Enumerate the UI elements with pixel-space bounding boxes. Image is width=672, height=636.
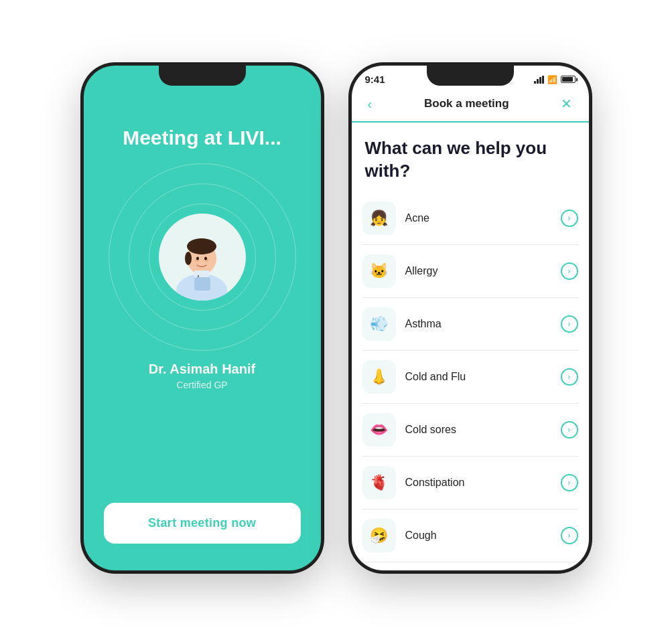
- status-time: 9:41: [365, 74, 385, 85]
- condition-name-asthma: Asthma: [405, 318, 561, 330]
- condition-name-cold-flu: Cold and Flu: [405, 371, 561, 383]
- notch-left: [159, 66, 246, 86]
- svg-point-9: [196, 257, 199, 260]
- condition-icon-asthma: 💨: [362, 307, 396, 341]
- header-title: Book a meeting: [424, 97, 509, 110]
- svg-point-4: [185, 252, 192, 265]
- nav-header: ‹ Book a meeting ✕: [352, 89, 589, 123]
- doctor-avatar: [159, 214, 246, 301]
- condition-item-asthma[interactable]: 💨Asthma›: [362, 298, 578, 351]
- svg-point-10: [204, 257, 207, 260]
- condition-arrow-cold-flu: ›: [561, 368, 578, 386]
- condition-item-allergy[interactable]: 🐱Allergy›: [362, 245, 578, 298]
- doctor-title: Certified GP: [176, 380, 227, 390]
- condition-item-cold-flu[interactable]: 👃Cold and Flu›: [362, 351, 578, 404]
- status-icons: 📶: [534, 75, 576, 84]
- wifi-icon: 📶: [547, 75, 557, 84]
- condition-arrow-allergy: ›: [561, 262, 578, 280]
- svg-rect-11: [194, 277, 210, 291]
- condition-arrow-acne: ›: [561, 210, 578, 227]
- condition-arrow-asthma: ›: [561, 315, 578, 333]
- start-button-wrapper: Start meeting now: [104, 503, 301, 544]
- condition-name-constipation: Constipation: [405, 477, 561, 489]
- right-phone: 9:41 📶 ‹ Book a meeting: [350, 64, 591, 572]
- signal-icon: [534, 76, 544, 84]
- condition-list: 👧Acne›🐱Allergy›💨Asthma›👃Cold and Flu›👄Co…: [352, 192, 589, 570]
- condition-icon-constipation: 🫀: [362, 466, 396, 499]
- condition-name-acne: Acne: [405, 212, 561, 224]
- page-heading: What can we help you with?: [352, 123, 589, 192]
- svg-point-3: [187, 238, 216, 254]
- condition-item-cold-sores[interactable]: 👄Cold sores›: [362, 404, 578, 457]
- condition-item-constipation[interactable]: 🫀Constipation›: [362, 457, 578, 509]
- condition-name-cough: Cough: [405, 530, 561, 542]
- condition-icon-allergy: 🐱: [362, 254, 396, 288]
- condition-name-cold-sores: Cold sores: [405, 424, 561, 436]
- condition-icon-cough: 🤧: [362, 519, 396, 552]
- condition-arrow-constipation: ›: [561, 474, 578, 491]
- condition-icon-cold-sores: 👄: [362, 413, 396, 447]
- condition-arrow-cold-sores: ›: [561, 421, 578, 439]
- close-button[interactable]: ✕: [555, 93, 578, 114]
- doctor-circles: [109, 163, 296, 351]
- notch-right: [427, 66, 514, 86]
- doctor-name: Dr. Asimah Hanif: [149, 362, 255, 377]
- back-button[interactable]: ‹: [362, 94, 378, 114]
- condition-arrow-cough: ›: [561, 527, 578, 544]
- condition-item-diarrhoea[interactable]: 🪣Diarrhoea or vomiting›: [362, 562, 578, 570]
- meeting-title: Meeting at LIVI...: [123, 126, 281, 150]
- condition-item-acne[interactable]: 👧Acne›: [362, 192, 578, 245]
- left-phone: Meeting at LIVI...: [82, 64, 323, 572]
- condition-icon-cold-flu: 👃: [362, 360, 396, 394]
- condition-name-allergy: Allergy: [405, 265, 561, 277]
- battery-icon: [561, 76, 576, 83]
- condition-item-cough[interactable]: 🤧Cough›: [362, 509, 578, 562]
- start-meeting-button[interactable]: Start meeting now: [104, 503, 301, 544]
- condition-icon-acne: 👧: [362, 202, 396, 235]
